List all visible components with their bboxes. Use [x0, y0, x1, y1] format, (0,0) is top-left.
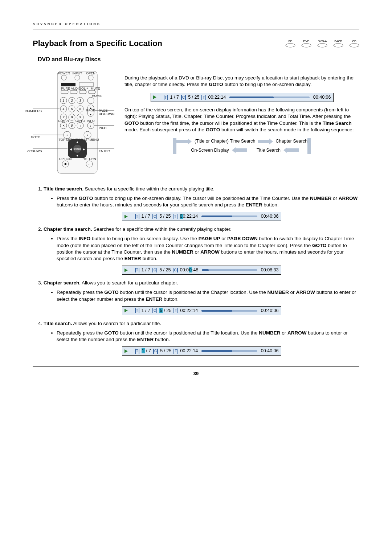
bullet-1: Press the GOTO button to bring up the on… — [57, 195, 359, 208]
svg-text:←: ← — [88, 163, 91, 166]
disc-type-icons: BD DVD DVD-A SACD CD — [285, 40, 359, 48]
svg-text:INPUT: INPUT — [73, 71, 83, 75]
svg-text:▶: ▶ — [83, 148, 85, 151]
svg-text:INFO: INFO — [87, 119, 95, 123]
disc-label-cd: CD — [352, 40, 356, 44]
osd-bar-2: T1 / 7 C5 / 25 T00:22:14 00:40:06 — [122, 212, 281, 221]
svg-text:OPTION: OPTION — [59, 157, 72, 161]
svg-text:9: 9 — [79, 115, 81, 119]
title-icon: T — [164, 95, 168, 100]
svg-text:MUTE: MUTE — [91, 87, 100, 90]
svg-text:3: 3 — [79, 99, 81, 102]
list-item-2: Chapter time search. Searches for a spec… — [44, 226, 359, 275]
osd-bar-4: T1 / 7 C5 / 25 T00:22:14 00:40:06 — [122, 306, 281, 315]
svg-text:RETURN: RETURN — [82, 157, 96, 161]
svg-point-0 — [286, 44, 295, 47]
bullet-4: Repeatedly press the GOTO button until t… — [57, 330, 359, 343]
svg-text:4: 4 — [62, 107, 64, 111]
section-title: Playback from a Specific Location — [33, 38, 162, 49]
svg-text:VOL +: VOL + — [79, 87, 88, 90]
svg-text:↕: ↕ — [79, 124, 81, 127]
remote-label-info: INFO — [99, 126, 107, 130]
osd-bar-3: T1 / 7 C5 / 25 C00:00:48 00:08:33 — [122, 266, 281, 275]
svg-text:▼: ▼ — [76, 154, 79, 157]
svg-text:◀: ◀ — [70, 148, 72, 151]
svg-text:▲: ▲ — [76, 140, 79, 144]
play-icon — [153, 95, 156, 99]
svg-text:0: 0 — [71, 124, 73, 127]
disc-label-bd: BD — [288, 40, 292, 44]
svg-text:POWER: POWER — [58, 71, 70, 75]
disc-label-dvda: DVD-A — [318, 40, 327, 44]
svg-point-3 — [334, 44, 343, 47]
svg-text:1: 1 — [62, 99, 64, 102]
svg-text:GOTO: GOTO — [75, 119, 85, 123]
remote-label-page: PAGE UP/DOWN — [99, 109, 117, 116]
svg-text:6: 6 — [79, 107, 81, 111]
svg-point-1 — [302, 44, 311, 47]
disc-label-sacd: SACD — [334, 40, 342, 44]
svg-point-4 — [350, 44, 359, 47]
list-item-1: Title time search. Searches for a specif… — [44, 186, 359, 221]
svg-text:ENTER: ENTER — [74, 148, 81, 150]
svg-text:HOME: HOME — [92, 94, 102, 98]
page-header: ADVANCED OPERATIONS — [33, 22, 359, 29]
svg-point-2 — [318, 44, 327, 47]
osd-bar-1: T 1 / 7 C 5 / 25 T 00:22:14 00:40:06 — [151, 93, 334, 102]
bullet-2: Press the INFO button to bring up the on… — [57, 235, 359, 262]
svg-text:i: i — [90, 124, 91, 127]
intro-paragraph-2: On top of the video screen, the on-scree… — [124, 107, 359, 133]
svg-text:OPEN: OPEN — [86, 71, 95, 75]
list-item-3: Chapter search. Allows you to search for… — [44, 280, 359, 315]
page-number: 39 — [33, 366, 359, 377]
remote-label-goto: GOTO — [31, 135, 40, 139]
svg-text:✱: ✱ — [64, 163, 67, 166]
svg-text:≡: ≡ — [87, 134, 88, 136]
svg-rect-12 — [61, 83, 75, 86]
svg-text:⌖: ⌖ — [66, 134, 68, 136]
list-item-4: Title search. Allows you to search for a… — [44, 320, 359, 356]
svg-text:PURE AUDIO: PURE AUDIO — [61, 87, 81, 90]
remote-label-arrows: ARROWS — [27, 149, 42, 153]
svg-text:PAGE: PAGE — [86, 108, 95, 112]
chapter-icon: C — [181, 95, 186, 100]
disc-label-dvd: DVD — [303, 40, 310, 44]
osd-bar-5: T1 / 7 C5 / 25 T00:22:14 00:40:06 — [122, 346, 281, 356]
remote-label-enter: ENTER — [99, 149, 110, 153]
svg-text:8: 8 — [71, 115, 73, 119]
subheading: DVD and Blu-ray Discs — [38, 56, 359, 63]
svg-text:2: 2 — [70, 99, 73, 102]
title-time-icon: T — [201, 95, 206, 100]
bullet-3: Repeatedly press the GOTO button until t… — [57, 289, 359, 302]
svg-text:✕: ✕ — [62, 124, 65, 127]
search-mode-sequence: (Title or Chapter) Time Search Chapter S… — [124, 138, 359, 154]
svg-text:▼: ▼ — [90, 113, 92, 116]
svg-text:CLEAR: CLEAR — [58, 119, 69, 123]
remote-label-numbers: NUMBERS — [25, 109, 42, 113]
intro-paragraph-1: During the playback of a DVD or Blu-ray … — [124, 75, 359, 88]
remote-diagram: POWER INPUT OPEN PURE AUDIO VOL + MUTE H… — [33, 70, 114, 177]
